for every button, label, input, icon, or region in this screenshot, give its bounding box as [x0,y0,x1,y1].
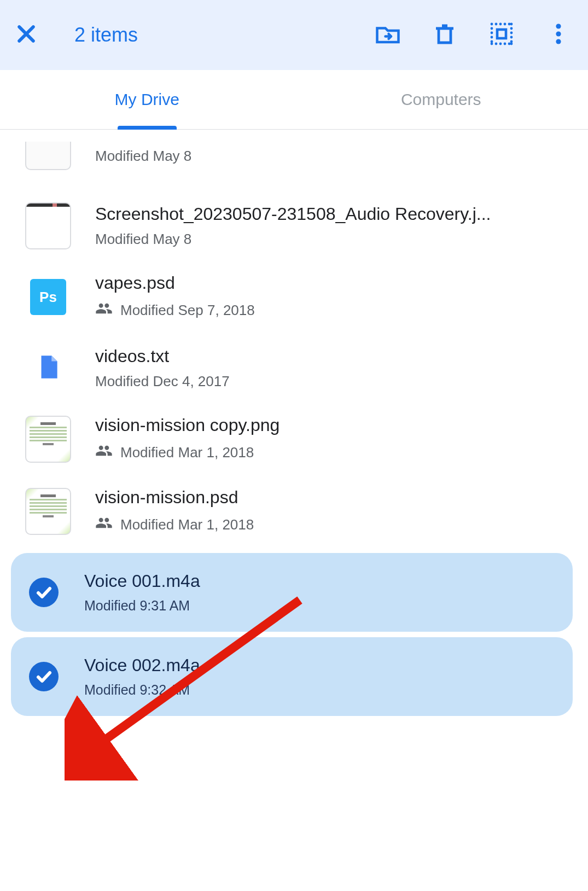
file-modified: Modified May 8 [95,148,191,165]
tab-my-drive[interactable]: My Drive [0,70,294,129]
svg-rect-0 [497,30,506,38]
file-name: Screenshot_20230507-231508_Audio Recover… [95,204,577,224]
file-row[interactable]: Modified May 8 [0,133,588,191]
file-name: videos.txt [95,346,577,366]
image-thumb-icon [25,488,71,535]
shared-icon [95,442,113,463]
file-thumbnail [25,345,71,391]
drive-tabs: My Drive Computers [0,70,588,130]
file-modified: Modified 9:31 AM [84,598,190,614]
file-list[interactable]: Modified May 8 Screenshot_20230507-23150… [0,130,588,716]
checkmark-icon [29,662,59,691]
toolbar-actions [375,21,574,49]
selection-count: 2 items [74,24,375,46]
file-thumbnail [27,654,60,700]
file-row-selected[interactable]: Voice 001.m4a Modified 9:31 AM [11,553,573,632]
file-row-selected[interactable]: Voice 002.m4a Modified 9:32 AM [11,637,573,716]
file-row[interactable]: Ps vapes.psd Modified Sep 7, 2018 [0,261,588,333]
image-thumb-icon [25,416,71,463]
select-all-icon [488,21,515,47]
file-modified: Modified 9:32 AM [84,682,190,698]
file-thumbnail: Ps [25,274,71,320]
overflow-menu-button[interactable] [545,21,572,49]
more-vert-icon [545,21,572,47]
file-row[interactable]: Screenshot_20230507-231508_Audio Recover… [0,191,588,261]
file-modified: Modified Sep 7, 2018 [120,302,255,319]
shared-icon [95,514,113,535]
file-modified: Modified May 8 [95,231,191,248]
tab-label: My Drive [115,90,179,109]
file-row[interactable]: videos.txt Modified Dec 4, 2017 [0,333,588,403]
file-modified: Modified Dec 4, 2017 [95,373,230,390]
svg-point-2 [556,31,561,36]
file-modified: Modified Mar 1, 2018 [120,444,254,461]
file-name: vision-mission copy.png [95,415,577,435]
svg-point-1 [556,24,561,28]
photoshop-icon: Ps [30,279,66,315]
tab-computers[interactable]: Computers [294,70,589,129]
file-modified: Modified Mar 1, 2018 [120,516,254,533]
file-thumbnail [25,203,71,249]
folder-move-icon [375,21,401,47]
image-thumb-icon [25,202,71,249]
trash-icon [432,21,458,47]
file-icon [34,351,62,386]
file-row[interactable]: vision-mission copy.png Modified Mar 1, … [0,403,588,475]
shared-icon [95,300,113,321]
svg-point-3 [556,39,561,44]
file-row[interactable]: vision-mission.psd Modified Mar 1, 2018 [0,475,588,548]
move-button[interactable] [375,21,401,49]
file-name: vapes.psd [95,273,577,293]
checkmark-icon [29,578,59,607]
tab-label: Computers [401,90,481,109]
file-thumbnail [25,416,71,462]
file-thumbnail [25,133,71,179]
file-thumbnail [25,488,71,534]
select-all-button[interactable] [488,21,515,49]
file-thumbnail [27,569,60,615]
close-selection-button[interactable] [14,22,53,48]
file-name: Voice 002.m4a [84,655,562,675]
selection-toolbar: 2 items [0,0,588,70]
image-thumb-icon [25,142,71,170]
tab-active-indicator [118,126,177,130]
file-name: vision-mission.psd [95,487,577,508]
close-icon [14,22,38,46]
delete-button[interactable] [432,21,458,49]
file-name: Voice 001.m4a [84,571,562,591]
